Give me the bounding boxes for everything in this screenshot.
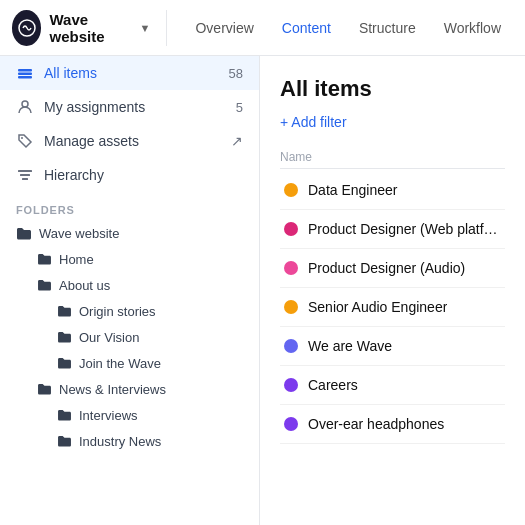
folder-origin-stories-label: Origin stories [79,304,156,319]
folder-about-us[interactable]: About us [0,272,259,298]
my-assignments-count: 5 [236,100,243,115]
item-name: Senior Audio Engineer [308,299,447,315]
item-name: We are Wave [308,338,392,354]
item-name: Product Designer (Audio) [308,260,465,276]
list-item[interactable]: Product Designer (Audio) [280,249,505,288]
list-item[interactable]: We are Wave [280,327,505,366]
right-panel: All items + Add filter Name Data Enginee… [260,56,525,525]
list-item[interactable]: Careers [280,366,505,405]
manage-assets-label: Manage assets [44,133,139,149]
item-name: Careers [308,377,358,393]
status-dot [284,261,298,275]
status-dot [284,378,298,392]
all-items-label: All items [44,65,97,81]
folder-icon [56,407,72,423]
folder-icon [36,381,52,397]
folder-icon [56,355,72,371]
svg-rect-8 [22,178,28,180]
folder-icon [56,329,72,345]
folder-news-interviews[interactable]: News & Interviews [0,376,259,402]
item-name: Product Designer (Web platfo… [308,221,501,237]
tab-structure[interactable]: Structure [347,14,428,42]
item-name: Over-ear headphones [308,416,444,432]
status-dot [284,222,298,236]
item-name: Data Engineer [308,182,398,198]
folder-our-vision-label: Our Vision [79,330,139,345]
sidebar-item-manage-assets[interactable]: Manage assets ↗ [0,124,259,158]
user-icon [16,98,34,116]
folder-interviews[interactable]: Interviews [0,402,259,428]
folder-origin-stories[interactable]: Origin stories [0,298,259,324]
layers-icon [16,64,34,82]
tab-overview[interactable]: Overview [183,14,265,42]
logo-icon [12,10,41,46]
manage-assets-arrow: ↗ [231,133,243,149]
svg-rect-2 [18,73,32,76]
list-item[interactable]: Over-ear headphones [280,405,505,444]
svg-rect-6 [18,170,32,172]
folder-icon [56,303,72,319]
status-dot [284,417,298,431]
list-item[interactable]: Data Engineer [280,171,505,210]
hierarchy-label: Hierarchy [44,167,104,183]
sidebar-item-hierarchy[interactable]: Hierarchy [0,158,259,192]
top-nav: Wave website ▼ Overview Content Structur… [0,0,525,56]
sidebar: All items 58 My assignments 5 Manage [0,56,260,525]
col-header-name: Name [280,146,505,169]
tab-content[interactable]: Content [270,14,343,42]
svg-rect-1 [18,69,32,72]
svg-rect-3 [18,76,32,79]
folder-join-the-wave-label: Join the Wave [79,356,161,371]
folder-icon [36,277,52,293]
folder-home[interactable]: Home [0,246,259,272]
folder-wave-website[interactable]: Wave website [0,220,259,246]
folder-interviews-label: Interviews [79,408,138,423]
main-content: All items 58 My assignments 5 Manage [0,56,525,525]
logo-area[interactable]: Wave website ▼ [12,10,167,46]
tab-workflow[interactable]: Workflow [432,14,513,42]
site-dropdown-icon[interactable]: ▼ [140,22,151,34]
folder-industry-news-label: Industry News [79,434,161,449]
list-item[interactable]: Senior Audio Engineer [280,288,505,327]
status-dot [284,339,298,353]
folder-wave-website-label: Wave website [39,226,119,241]
folder-icon [36,251,52,267]
folder-icon [56,433,72,449]
folder-about-us-label: About us [59,278,110,293]
folder-industry-news[interactable]: Industry News [0,428,259,454]
folder-home-label: Home [59,252,94,267]
add-filter-button[interactable]: + Add filter [280,114,505,130]
panel-title: All items [280,76,505,102]
rows-container: Data EngineerProduct Designer (Web platf… [280,171,505,444]
folder-our-vision[interactable]: Our Vision [0,324,259,350]
sidebar-item-all-items[interactable]: All items 58 [0,56,259,90]
status-dot [284,183,298,197]
svg-rect-7 [20,174,30,176]
sidebar-item-my-assignments[interactable]: My assignments 5 [0,90,259,124]
status-dot [284,300,298,314]
nav-tabs: Overview Content Structure Workflow [183,14,513,42]
my-assignments-label: My assignments [44,99,145,115]
tag-icon [16,132,34,150]
list-item[interactable]: Product Designer (Web platfo… [280,210,505,249]
folder-icon [16,225,32,241]
folders-label: FOLDERS [0,192,259,220]
folder-join-the-wave[interactable]: Join the Wave [0,350,259,376]
svg-point-4 [22,101,28,107]
site-name-label: Wave website [49,11,129,45]
svg-point-5 [21,137,23,139]
all-items-count: 58 [229,66,243,81]
folder-news-interviews-label: News & Interviews [59,382,166,397]
hierarchy-icon [16,166,34,184]
